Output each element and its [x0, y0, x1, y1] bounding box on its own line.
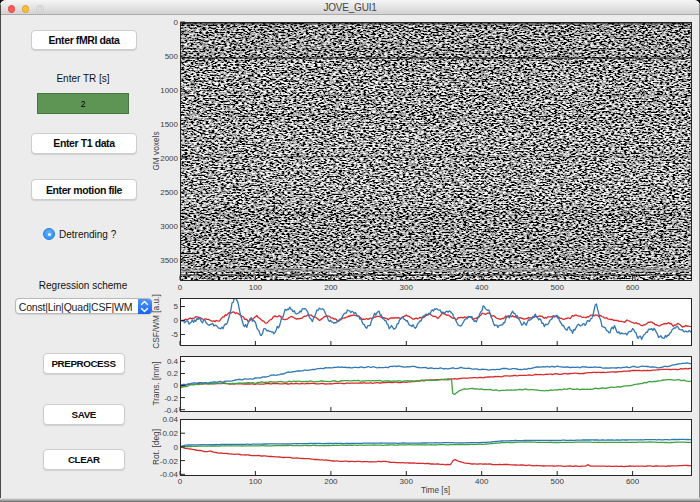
svg-text:-0.2: -0.2: [164, 394, 178, 403]
svg-text:1500: 1500: [160, 120, 178, 129]
svg-text:300: 300: [400, 283, 414, 292]
svg-text:200: 200: [324, 283, 338, 292]
svg-text:CSF/WM [a.u.]: CSF/WM [a.u.]: [151, 294, 161, 348]
svg-text:100: 100: [249, 283, 263, 292]
svg-text:100: 100: [249, 477, 263, 486]
svg-text:1000: 1000: [160, 86, 178, 95]
svg-text:600: 600: [626, 283, 640, 292]
svg-text:GM voxels: GM voxels: [151, 131, 161, 170]
svg-text:Rot. [deg]: Rot. [deg]: [151, 429, 161, 465]
svg-text:0: 0: [174, 316, 179, 325]
svg-text:0: 0: [174, 443, 179, 452]
svg-text:500: 500: [551, 477, 565, 486]
svg-text:-0.4: -0.4: [164, 406, 178, 415]
svg-text:0: 0: [178, 477, 183, 486]
svg-text:-0.04: -0.04: [160, 470, 179, 479]
svg-text:Trans. [mm]: Trans. [mm]: [151, 362, 161, 406]
svg-text:Time [s]: Time [s]: [421, 485, 450, 495]
svg-text:2000: 2000: [160, 154, 178, 163]
svg-text:0: 0: [178, 283, 183, 292]
svg-text:-0.02: -0.02: [160, 457, 179, 466]
svg-text:2500: 2500: [160, 188, 178, 197]
svg-text:0: 0: [174, 381, 179, 390]
svg-text:3000: 3000: [160, 222, 178, 231]
svg-text:500: 500: [551, 283, 565, 292]
svg-text:5: 5: [174, 302, 179, 311]
svg-text:400: 400: [475, 283, 489, 292]
svg-text:200: 200: [324, 477, 338, 486]
svg-text:600: 600: [626, 477, 640, 486]
svg-text:0.02: 0.02: [162, 429, 178, 438]
svg-text:0.04: 0.04: [162, 415, 178, 424]
svg-text:0.4: 0.4: [167, 357, 179, 366]
svg-text:400: 400: [475, 477, 489, 486]
svg-text:0: 0: [174, 18, 179, 27]
svg-text:-5: -5: [171, 330, 179, 339]
svg-text:300: 300: [400, 477, 414, 486]
svg-text:3500: 3500: [160, 256, 178, 265]
svg-text:500: 500: [165, 52, 179, 61]
svg-text:0.2: 0.2: [167, 369, 179, 378]
